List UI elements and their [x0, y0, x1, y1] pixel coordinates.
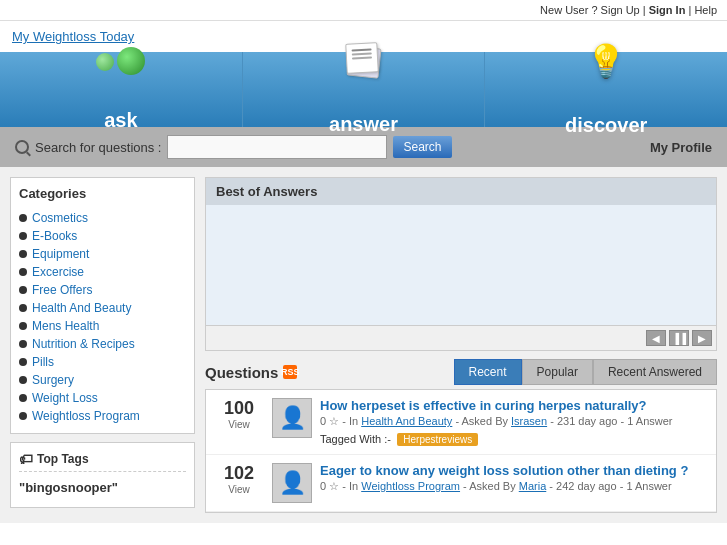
question-count-label: View: [214, 484, 264, 495]
table-row: 100 View 👤 How herpeset is effective in …: [206, 390, 716, 455]
tags-label: Tagged With :-: [320, 433, 391, 445]
slide-pause-button[interactable]: ▐▐: [669, 330, 689, 346]
sidebar-item-category[interactable]: Weight Loss: [19, 389, 186, 407]
question-details: Eager to know any weight loss solution o…: [320, 463, 708, 493]
ask-bubble-big: [117, 47, 145, 75]
question-time: 242 day ago: [556, 480, 617, 492]
sidebar-item-category[interactable]: Cosmetics: [19, 209, 186, 227]
questions-tabs: Recent Popular Recent Answered: [454, 359, 717, 385]
category-dot: [19, 322, 27, 330]
category-dot: [19, 340, 27, 348]
question-stars: 0 ☆: [320, 415, 339, 427]
best-answers-controls: ◀ ▐▐ ▶: [206, 325, 716, 350]
questions-title-area: Questions RSS: [205, 364, 297, 381]
header-nav: ask answer 💡 discover: [0, 52, 727, 127]
question-author-link[interactable]: Israsen: [511, 415, 547, 427]
search-button[interactable]: Search: [393, 136, 451, 158]
top-tags-label: Top Tags: [37, 452, 89, 466]
top-tags-value: "bingosnooper": [19, 476, 186, 499]
search-label: Search for questions :: [35, 140, 161, 155]
question-stars: 0 ☆: [320, 480, 339, 492]
sidebar-item-category[interactable]: Mens Health: [19, 317, 186, 335]
question-tags: Tagged With :- Herpestreviews: [320, 432, 708, 446]
top-tags-box: 🏷 Top Tags "bingosnooper": [10, 442, 195, 508]
slide-prev-button[interactable]: ◀: [646, 330, 666, 346]
category-dot: [19, 412, 27, 420]
category-dot: [19, 214, 27, 222]
question-title[interactable]: Eager to know any weight loss solution o…: [320, 463, 688, 478]
avatar-icon: 👤: [279, 470, 306, 496]
avatar: 👤: [272, 463, 312, 503]
tab-recent-answered[interactable]: Recent Answered: [593, 359, 717, 385]
question-meta: 0 ☆ - In Weightloss Program - Asked By M…: [320, 480, 708, 493]
rss-icon[interactable]: RSS: [283, 365, 297, 379]
my-profile-link[interactable]: My Profile: [650, 140, 712, 155]
categories-box: Categories CosmeticsE-BooksEquipmentExce…: [10, 177, 195, 434]
questions-title: Questions: [205, 364, 278, 381]
nav-ask[interactable]: ask: [0, 52, 242, 127]
category-dot: [19, 268, 27, 276]
sidebar-item-category[interactable]: Equipment: [19, 245, 186, 263]
ask-label: ask: [104, 109, 137, 132]
categories-list: CosmeticsE-BooksEquipmentExcerciseFree O…: [19, 209, 186, 425]
sidebar-item-category[interactable]: Health And Beauty: [19, 299, 186, 317]
question-category-link[interactable]: Health And Beauty: [361, 415, 452, 427]
question-category-link[interactable]: Weightloss Program: [361, 480, 460, 492]
top-bar: New User ? Sign Up | Sign In | Help: [0, 0, 727, 21]
question-answers: 1 Answer: [627, 415, 672, 427]
top-tags-header: 🏷 Top Tags: [19, 451, 186, 472]
categories-title: Categories: [19, 186, 186, 201]
question-meta: 0 ☆ - In Health And Beauty - Asked By Is…: [320, 415, 708, 428]
category-dot: [19, 358, 27, 366]
nav-discover[interactable]: 💡 discover: [484, 52, 727, 127]
questions-list: 100 View 👤 How herpeset is effective in …: [205, 389, 717, 513]
avatar: 👤: [272, 398, 312, 438]
question-time: 231 day ago: [557, 415, 618, 427]
category-dot: [19, 286, 27, 294]
sidebar-item-category[interactable]: Weightloss Program: [19, 407, 186, 425]
best-answers-content: [206, 205, 716, 325]
lightbulb-icon: 💡: [586, 42, 626, 80]
question-title[interactable]: How herpeset is effective in curing herp…: [320, 398, 647, 413]
tag-item[interactable]: Herpestreviews: [397, 433, 478, 446]
card-front: [345, 42, 379, 74]
discover-label: discover: [565, 114, 647, 137]
slide-next-button[interactable]: ▶: [692, 330, 712, 346]
best-answers-box: Best of Answers ◀ ▐▐ ▶: [205, 177, 717, 351]
site-title-link[interactable]: My Weightloss Today: [12, 29, 134, 44]
category-dot: [19, 232, 27, 240]
main-content: Categories CosmeticsE-BooksEquipmentExce…: [0, 167, 727, 523]
sidebar: Categories CosmeticsE-BooksEquipmentExce…: [10, 177, 195, 513]
new-user-text: New User ? Sign Up: [540, 4, 640, 16]
question-count: 102: [214, 463, 264, 484]
sidebar-item-category[interactable]: Excercise: [19, 263, 186, 281]
category-dot: [19, 304, 27, 312]
category-dot: [19, 394, 27, 402]
question-author-link[interactable]: Maria: [519, 480, 547, 492]
avatar-icon: 👤: [279, 405, 306, 431]
question-count-label: View: [214, 419, 264, 430]
sign-in-link[interactable]: Sign In: [649, 4, 686, 16]
right-content: Best of Answers ◀ ▐▐ ▶ Questions RSS Rec…: [205, 177, 717, 513]
sidebar-item-category[interactable]: Free Offers: [19, 281, 186, 299]
search-input[interactable]: [167, 135, 387, 159]
search-left: Search for questions : Search: [15, 135, 650, 159]
sidebar-item-category[interactable]: Pills: [19, 353, 186, 371]
questions-header: Questions RSS Recent Popular Recent Answ…: [205, 359, 717, 385]
table-row: 102 View 👤 Eager to know any weight loss…: [206, 455, 716, 512]
ask-bubble-small: [96, 53, 114, 71]
question-answers: 1 Answer: [626, 480, 671, 492]
answer-label: answer: [329, 113, 398, 136]
sidebar-item-category[interactable]: Nutrition & Recipes: [19, 335, 186, 353]
nav-answer[interactable]: answer: [242, 52, 485, 127]
search-magnifier-icon: [15, 140, 29, 154]
tab-popular[interactable]: Popular: [522, 359, 593, 385]
help-link[interactable]: Help: [694, 4, 717, 16]
sidebar-item-category[interactable]: Surgery: [19, 371, 186, 389]
sidebar-item-category[interactable]: E-Books: [19, 227, 186, 245]
tag-icon: 🏷: [19, 451, 33, 467]
tab-recent[interactable]: Recent: [454, 359, 522, 385]
best-answers-header: Best of Answers: [206, 178, 716, 205]
category-dot: [19, 250, 27, 258]
category-dot: [19, 376, 27, 384]
